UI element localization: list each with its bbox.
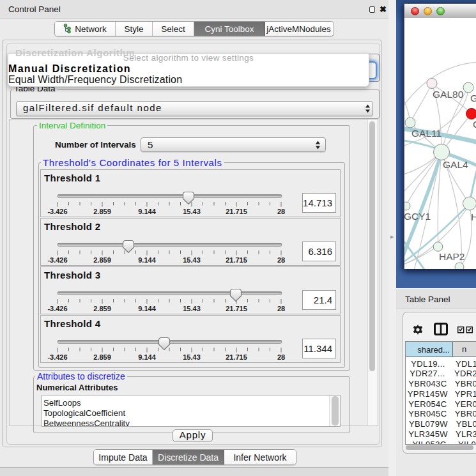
svg-text:2.859: 2.859 [93, 305, 111, 312]
svg-text:21.715: 21.715 [226, 305, 247, 312]
svg-text:HAP2: HAP2 [439, 251, 465, 262]
svg-text:-3.426: -3.426 [47, 305, 67, 312]
svg-text:28: 28 [277, 208, 285, 215]
svg-text:28: 28 [277, 256, 285, 264]
svg-text:21.715: 21.715 [226, 353, 247, 361]
svg-text:GAL80: GAL80 [433, 89, 464, 100]
svg-text:9.144: 9.144 [138, 305, 156, 312]
svg-text:28: 28 [277, 305, 285, 312]
svg-text:9.144: 9.144 [138, 208, 156, 215]
svg-text:9.144: 9.144 [138, 353, 156, 361]
svg-text:GAL11: GAL11 [411, 128, 441, 139]
svg-text:15.43: 15.43 [183, 353, 201, 361]
svg-text:15.43: 15.43 [183, 208, 201, 215]
svg-text:-3.426: -3.426 [47, 208, 67, 215]
svg-text:21.715: 21.715 [226, 256, 247, 264]
svg-text:-3.426: -3.426 [47, 353, 67, 361]
svg-text:GA: GA [470, 93, 476, 104]
svg-text:15.43: 15.43 [183, 256, 201, 264]
svg-text:2.859: 2.859 [93, 208, 111, 215]
svg-text:9.144: 9.144 [138, 256, 156, 264]
svg-text:C: C [473, 119, 476, 130]
svg-text:2.859: 2.859 [93, 256, 111, 264]
svg-text:2.859: 2.859 [93, 353, 111, 361]
svg-text:GCY1: GCY1 [404, 211, 431, 222]
svg-text:H: H [471, 211, 476, 222]
svg-text:28: 28 [277, 353, 285, 361]
svg-text:21.715: 21.715 [226, 208, 247, 215]
svg-text:GAL4: GAL4 [443, 159, 468, 170]
svg-text:-3.426: -3.426 [47, 256, 67, 264]
svg-text:15.43: 15.43 [183, 305, 201, 312]
